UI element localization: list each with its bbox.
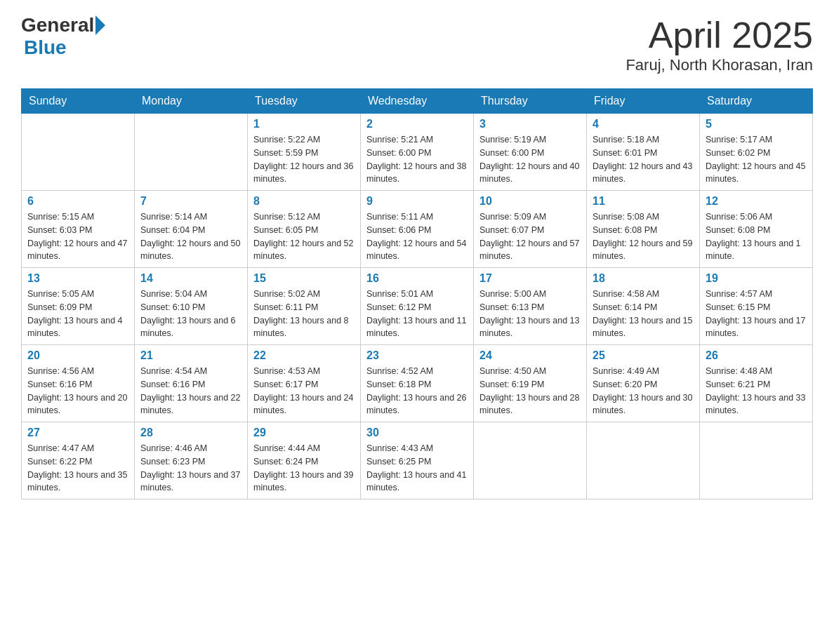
- calendar-cell: [474, 422, 587, 499]
- day-number: 11: [593, 195, 694, 208]
- day-info: Sunrise: 4:57 AMSunset: 6:15 PMDaylight:…: [706, 288, 807, 340]
- calendar-cell: 14Sunrise: 5:04 AMSunset: 6:10 PMDayligh…: [135, 268, 248, 345]
- day-info: Sunrise: 5:18 AMSunset: 6:01 PMDaylight:…: [593, 133, 694, 186]
- calendar-cell: 27Sunrise: 4:47 AMSunset: 6:22 PMDayligh…: [22, 422, 135, 499]
- day-number: 15: [253, 272, 355, 285]
- day-info: Sunrise: 4:50 AMSunset: 6:19 PMDaylight:…: [479, 365, 581, 417]
- day-number: 4: [593, 118, 694, 130]
- day-number: 30: [366, 427, 468, 439]
- day-info: Sunrise: 4:58 AMSunset: 6:14 PMDaylight:…: [593, 288, 694, 340]
- day-info: Sunrise: 5:09 AMSunset: 6:07 PMDaylight:…: [479, 210, 581, 263]
- calendar-cell: [700, 422, 813, 499]
- calendar-header-sunday: Sunday: [22, 89, 135, 114]
- calendar-week-row: 13Sunrise: 5:05 AMSunset: 6:09 PMDayligh…: [22, 268, 813, 345]
- day-info: Sunrise: 4:53 AMSunset: 6:17 PMDaylight:…: [253, 365, 355, 417]
- calendar-cell: 3Sunrise: 5:19 AMSunset: 6:00 PMDaylight…: [474, 114, 587, 191]
- day-info: Sunrise: 5:19 AMSunset: 6:00 PMDaylight:…: [479, 133, 581, 186]
- calendar-header-friday: Friday: [587, 89, 700, 114]
- day-number: 24: [479, 349, 581, 362]
- day-info: Sunrise: 5:14 AMSunset: 6:04 PMDaylight:…: [140, 210, 241, 263]
- day-number: 22: [253, 349, 355, 362]
- day-info: Sunrise: 4:48 AMSunset: 6:21 PMDaylight:…: [706, 365, 807, 417]
- day-info: Sunrise: 5:01 AMSunset: 6:12 PMDaylight:…: [366, 288, 468, 340]
- calendar-week-row: 6Sunrise: 5:15 AMSunset: 6:03 PMDaylight…: [22, 191, 813, 268]
- calendar-cell: 6Sunrise: 5:15 AMSunset: 6:03 PMDaylight…: [22, 191, 135, 268]
- calendar-cell: 23Sunrise: 4:52 AMSunset: 6:18 PMDayligh…: [361, 345, 474, 422]
- day-info: Sunrise: 4:47 AMSunset: 6:22 PMDaylight:…: [27, 442, 128, 495]
- day-number: 9: [366, 195, 468, 208]
- calendar-cell: 16Sunrise: 5:01 AMSunset: 6:12 PMDayligh…: [361, 268, 474, 345]
- day-number: 3: [479, 118, 581, 130]
- calendar-week-row: 1Sunrise: 5:22 AMSunset: 5:59 PMDaylight…: [22, 114, 813, 191]
- day-info: Sunrise: 5:02 AMSunset: 6:11 PMDaylight:…: [253, 288, 355, 340]
- day-number: 25: [593, 349, 694, 362]
- day-info: Sunrise: 5:05 AMSunset: 6:09 PMDaylight:…: [27, 288, 128, 340]
- logo-arrow-icon: [95, 15, 105, 35]
- day-number: 2: [366, 118, 468, 130]
- day-number: 17: [479, 272, 581, 285]
- day-number: 10: [479, 195, 581, 208]
- day-number: 23: [366, 349, 468, 362]
- calendar-cell: [22, 114, 135, 191]
- calendar-cell: 28Sunrise: 4:46 AMSunset: 6:23 PMDayligh…: [135, 422, 248, 499]
- day-info: Sunrise: 5:11 AMSunset: 6:06 PMDaylight:…: [366, 210, 468, 263]
- day-number: 28: [140, 427, 241, 439]
- calendar-header-thursday: Thursday: [474, 89, 587, 114]
- calendar-cell: 1Sunrise: 5:22 AMSunset: 5:59 PMDaylight…: [248, 114, 361, 191]
- calendar-cell: 19Sunrise: 4:57 AMSunset: 6:15 PMDayligh…: [700, 268, 813, 345]
- day-number: 20: [27, 349, 128, 362]
- day-info: Sunrise: 5:17 AMSunset: 6:02 PMDaylight:…: [706, 133, 807, 186]
- day-info: Sunrise: 5:08 AMSunset: 6:08 PMDaylight:…: [593, 210, 694, 263]
- day-info: Sunrise: 5:06 AMSunset: 6:08 PMDaylight:…: [706, 210, 807, 263]
- calendar-cell: [135, 114, 248, 191]
- day-number: 12: [706, 195, 807, 208]
- logo: General Blue: [21, 14, 105, 59]
- day-number: 19: [706, 272, 807, 285]
- calendar-cell: 13Sunrise: 5:05 AMSunset: 6:09 PMDayligh…: [22, 268, 135, 345]
- calendar-header-tuesday: Tuesday: [248, 89, 361, 114]
- calendar-cell: 10Sunrise: 5:09 AMSunset: 6:07 PMDayligh…: [474, 191, 587, 268]
- calendar-cell: 9Sunrise: 5:11 AMSunset: 6:06 PMDaylight…: [361, 191, 474, 268]
- day-info: Sunrise: 5:12 AMSunset: 6:05 PMDaylight:…: [253, 210, 355, 263]
- day-number: 6: [27, 195, 128, 208]
- day-info: Sunrise: 4:52 AMSunset: 6:18 PMDaylight:…: [366, 365, 468, 417]
- calendar-header-monday: Monday: [135, 89, 248, 114]
- day-number: 8: [253, 195, 355, 208]
- calendar-cell: 26Sunrise: 4:48 AMSunset: 6:21 PMDayligh…: [700, 345, 813, 422]
- day-info: Sunrise: 4:44 AMSunset: 6:24 PMDaylight:…: [253, 442, 355, 495]
- calendar-cell: 18Sunrise: 4:58 AMSunset: 6:14 PMDayligh…: [587, 268, 700, 345]
- calendar-cell: 24Sunrise: 4:50 AMSunset: 6:19 PMDayligh…: [474, 345, 587, 422]
- title-block: April 2025 Faruj, North Khorasan, Iran: [626, 14, 813, 74]
- day-number: 1: [253, 118, 355, 130]
- calendar-cell: 29Sunrise: 4:44 AMSunset: 6:24 PMDayligh…: [248, 422, 361, 499]
- calendar-cell: 4Sunrise: 5:18 AMSunset: 6:01 PMDaylight…: [587, 114, 700, 191]
- day-number: 26: [706, 349, 807, 362]
- calendar-cell: 30Sunrise: 4:43 AMSunset: 6:25 PMDayligh…: [361, 422, 474, 499]
- logo-general-text: General: [21, 14, 94, 36]
- day-info: Sunrise: 4:46 AMSunset: 6:23 PMDaylight:…: [140, 442, 241, 495]
- day-info: Sunrise: 5:00 AMSunset: 6:13 PMDaylight:…: [479, 288, 581, 340]
- calendar-header-wednesday: Wednesday: [361, 89, 474, 114]
- day-info: Sunrise: 5:21 AMSunset: 6:00 PMDaylight:…: [366, 133, 468, 186]
- calendar-title: April 2025: [626, 14, 813, 56]
- day-info: Sunrise: 4:56 AMSunset: 6:16 PMDaylight:…: [27, 365, 128, 417]
- day-number: 13: [27, 272, 128, 285]
- page-header: General Blue April 2025 Faruj, North Kho…: [21, 14, 813, 74]
- calendar-header-row: SundayMondayTuesdayWednesdayThursdayFrid…: [22, 89, 813, 114]
- calendar-week-row: 27Sunrise: 4:47 AMSunset: 6:22 PMDayligh…: [22, 422, 813, 499]
- calendar-cell: 22Sunrise: 4:53 AMSunset: 6:17 PMDayligh…: [248, 345, 361, 422]
- calendar-table: SundayMondayTuesdayWednesdayThursdayFrid…: [21, 88, 813, 499]
- calendar-cell: 15Sunrise: 5:02 AMSunset: 6:11 PMDayligh…: [248, 268, 361, 345]
- day-number: 5: [706, 118, 807, 130]
- day-info: Sunrise: 5:22 AMSunset: 5:59 PMDaylight:…: [253, 133, 355, 186]
- day-info: Sunrise: 4:49 AMSunset: 6:20 PMDaylight:…: [593, 365, 694, 417]
- day-info: Sunrise: 4:43 AMSunset: 6:25 PMDaylight:…: [366, 442, 468, 495]
- calendar-cell: 21Sunrise: 4:54 AMSunset: 6:16 PMDayligh…: [135, 345, 248, 422]
- calendar-week-row: 20Sunrise: 4:56 AMSunset: 6:16 PMDayligh…: [22, 345, 813, 422]
- day-number: 21: [140, 349, 241, 362]
- calendar-cell: 11Sunrise: 5:08 AMSunset: 6:08 PMDayligh…: [587, 191, 700, 268]
- calendar-header-saturday: Saturday: [700, 89, 813, 114]
- day-number: 16: [366, 272, 468, 285]
- day-number: 14: [140, 272, 241, 285]
- calendar-cell: 25Sunrise: 4:49 AMSunset: 6:20 PMDayligh…: [587, 345, 700, 422]
